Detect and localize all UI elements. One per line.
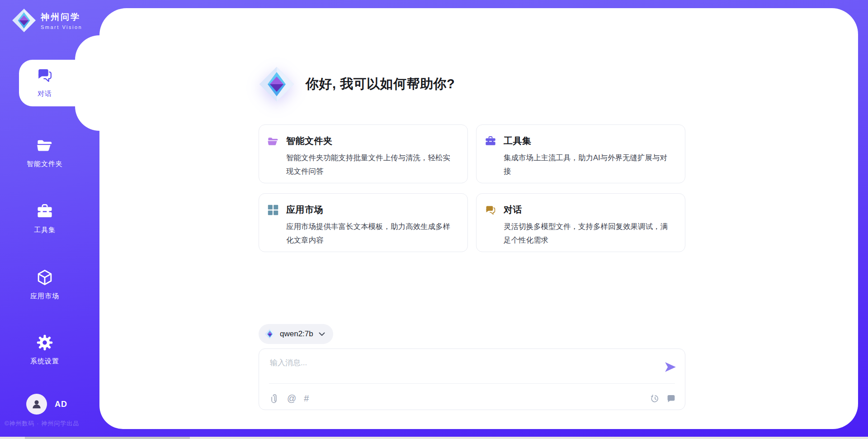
- toolbox-icon: [36, 203, 53, 220]
- message-input[interactable]: [259, 349, 685, 381]
- card-title: 应用市场: [286, 204, 323, 216]
- sidebar-item-label: 系统设置: [0, 357, 90, 366]
- chevron-down-icon: [319, 332, 325, 336]
- sidebar-item-app-market[interactable]: 应用市场: [0, 269, 90, 301]
- model-name: qwen2:7b: [280, 329, 313, 339]
- main-content-panel: 你好, 我可以如何帮助你? 智能文件夹 智能文件夹功能支持批量文件上传与清洗，轻…: [99, 8, 858, 429]
- sidebar-item-label: 对话: [0, 90, 90, 98]
- gear-icon: [36, 334, 53, 351]
- card-title: 工具集: [504, 135, 532, 147]
- model-logo-diamond-icon: [264, 329, 275, 339]
- card-chat[interactable]: 对话 灵活切换多模型文件，支持多样回复效果调试，满足个性化需求: [476, 193, 685, 252]
- composer-toolbar: @ #: [270, 389, 676, 408]
- sidebar-item-chat[interactable]: 对话: [0, 67, 90, 98]
- card-header: 工具集: [485, 135, 674, 147]
- sidebar-item-settings[interactable]: 系统设置: [0, 334, 90, 366]
- composer-tools-left: @ #: [270, 394, 309, 403]
- card-app-market[interactable]: 应用市场 应用市场提供丰富长文本模板，助力高效生成多样化文章内容: [259, 193, 468, 252]
- card-header: 对话: [485, 204, 674, 216]
- card-header: 应用市场: [267, 204, 457, 216]
- sidebar-item-toolset[interactable]: 工具集: [0, 203, 90, 234]
- card-description: 灵活切换多模型文件，支持多样回复效果调试，满足个性化需求: [504, 220, 674, 247]
- sidebar-item-smart-folder[interactable]: 智能文件夹: [0, 137, 90, 168]
- sidebar-item-label: 工具集: [0, 226, 90, 234]
- card-title: 智能文件夹: [286, 135, 333, 147]
- topic-icon[interactable]: #: [304, 394, 309, 403]
- scrollbar-thumb[interactable]: [25, 437, 190, 439]
- attachment-icon[interactable]: [270, 394, 279, 403]
- greeting: 你好, 我可以如何帮助你?: [259, 66, 455, 102]
- chat-icon: [36, 67, 53, 84]
- sidebar-item-label: 应用市场: [0, 292, 90, 301]
- sidebar-item-label: 智能文件夹: [0, 160, 90, 168]
- greeting-text: 你好, 我可以如何帮助你?: [306, 75, 455, 93]
- feature-cards: 智能文件夹 智能文件夹功能支持批量文件上传与清洗，轻松实现文件问答 工具集 集成…: [259, 124, 685, 252]
- user-profile[interactable]: AD: [26, 394, 67, 415]
- toolbox-icon: [485, 135, 496, 147]
- mention-icon[interactable]: @: [287, 394, 296, 403]
- send-icon[interactable]: [664, 361, 677, 373]
- brand-logo-diamond-icon: [12, 8, 36, 33]
- brand-name-en: Smart Vision: [41, 24, 82, 30]
- horizontal-scrollbar[interactable]: [0, 437, 868, 439]
- chat-icon: [485, 204, 496, 216]
- message-composer: @ #: [259, 348, 685, 410]
- user-name: AD: [55, 400, 67, 409]
- folder-icon: [36, 137, 53, 154]
- card-description: 集成市场上主流工具，助力AI与外界无缝扩展与对接: [504, 151, 674, 178]
- card-title: 对话: [504, 204, 522, 216]
- comment-icon[interactable]: [666, 394, 676, 403]
- card-description: 智能文件夹功能支持批量文件上传与清洗，轻松实现文件问答: [286, 151, 457, 178]
- history-icon[interactable]: [650, 394, 660, 403]
- person-icon: [31, 398, 42, 410]
- model-selector[interactable]: qwen2:7b: [259, 324, 333, 344]
- grid-icon: [267, 204, 279, 216]
- sidebar-footer-credit: ©神州数码 · 神州问学出品: [5, 420, 104, 428]
- card-toolset[interactable]: 工具集 集成市场上主流工具，助力AI与外界无缝扩展与对接: [476, 124, 685, 183]
- card-description: 应用市场提供丰富长文本模板，助力高效生成多样化文章内容: [286, 220, 457, 247]
- brand: 神州问学 Smart Vision: [12, 8, 82, 33]
- card-header: 智能文件夹: [267, 135, 457, 147]
- composer-tools-right: [650, 394, 676, 403]
- greeting-logo-diamond-icon: [259, 66, 295, 102]
- folder-icon: [267, 135, 279, 147]
- composer-divider: [269, 383, 675, 384]
- avatar[interactable]: [26, 394, 47, 415]
- cube-icon: [36, 269, 53, 286]
- brand-name-cn: 神州问学: [41, 11, 82, 23]
- card-smart-folder[interactable]: 智能文件夹 智能文件夹功能支持批量文件上传与清洗，轻松实现文件问答: [259, 124, 468, 183]
